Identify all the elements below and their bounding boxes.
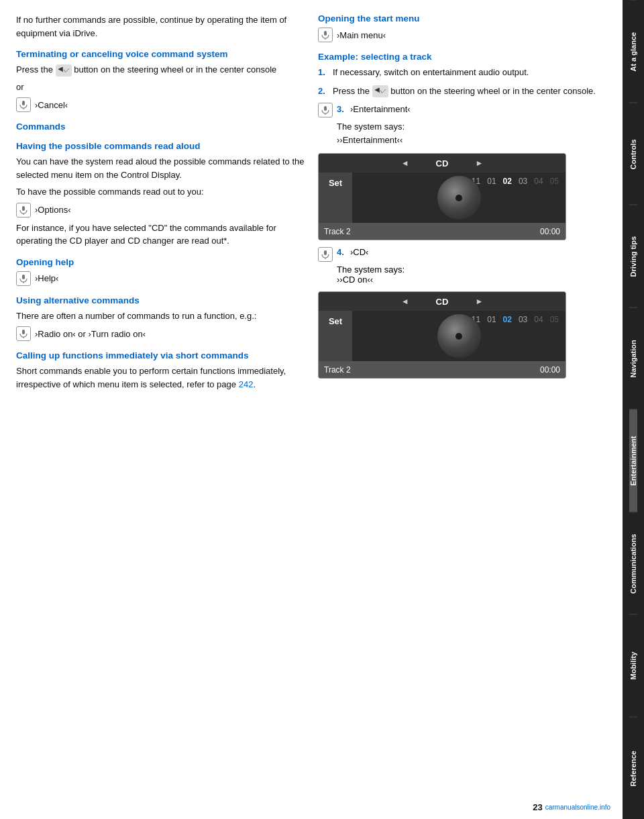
sidebar-tab-driving-tips[interactable]: Driving tips [629, 205, 637, 307]
example-step-1: 1. If necessary, switch on entertainment… [318, 66, 606, 79]
cd-display-2: ◄ CD ► Set 11 01 02 03 04 [318, 291, 566, 379]
cd-track-04: 04 [534, 177, 543, 186]
step4-says-area: The system says: ››CD on‹‹ [318, 264, 606, 285]
cancel-cmd-row: ›Cancel‹ [16, 97, 305, 112]
step4-says-cmd: ››CD on‹‹ [337, 275, 606, 285]
voice-icon-options [16, 203, 31, 218]
sidebar-tab-communications[interactable]: Communications [629, 512, 637, 615]
cd-time-1: 00:00 [540, 227, 560, 236]
step3-says-cmd: ››Entertainment‹‹ [337, 134, 411, 147]
calling-up-page-link[interactable]: 242 [239, 379, 254, 389]
sidebar-tab-at-a-glance[interactable]: At a glance [629, 0, 637, 103]
page-footer: 23 carmanualsonline.info [533, 802, 610, 812]
cd2-track-02-active: 02 [503, 315, 512, 324]
voice-icon-main-menu [318, 28, 333, 42]
svg-rect-6 [22, 330, 25, 334]
cd-top-bar-1: ◄ CD ► [319, 154, 566, 173]
cd-body-1: Set 11 01 02 03 04 05 [319, 173, 566, 223]
carmanual-link[interactable]: carmanualsonline.info [545, 804, 610, 811]
radio-cmd-text: ›Radio on‹ or ›Turn radio on‹ [35, 329, 146, 339]
sidebar-tab-entertainment[interactable]: Entertainment [629, 410, 637, 512]
main-menu-cmd-row: ›Main menu‹ [318, 28, 606, 42]
alt-commands-body: There are often a number of commands to … [16, 309, 305, 323]
cd-bottom-bar-2: Track 2 00:00 [319, 361, 566, 379]
cancel-cmd-text: ›Cancel‹ [35, 100, 68, 110]
step1-num: 1. [318, 66, 327, 79]
cd-body-2: Set 11 01 02 03 04 05 [319, 311, 566, 361]
cd-track-05: 05 [550, 177, 559, 186]
cd-set-btn-2: Set [319, 311, 352, 361]
svg-rect-4 [22, 275, 25, 279]
sidebar-tab-mobility[interactable]: Mobility [629, 614, 637, 717]
terminating-body2: button on the steering wheel or in the c… [74, 64, 276, 75]
sidebar-tab-navigation[interactable]: Navigation [629, 307, 637, 410]
cd2-track-01: 01 [487, 315, 496, 324]
calling-up-period: . [253, 379, 256, 389]
read-aloud-body3: For instance, if you have selected "CD" … [16, 222, 305, 248]
cd-disc-area-1: 11 01 02 03 04 05 [352, 173, 566, 223]
cd-title-2: CD [436, 297, 449, 307]
opening-start-title: Opening the start menu [318, 13, 606, 23]
cd-track-02-active: 02 [503, 177, 512, 186]
cd-track-03: 03 [519, 177, 527, 186]
terminating-or: or [16, 81, 305, 94]
cd-disc-1 [437, 176, 481, 220]
cd-track-01: 01 [487, 177, 496, 186]
options-cmd-row: ›Options‹ [16, 203, 305, 218]
cd-nav-right-2: ► [475, 297, 483, 306]
cd2-track-04: 04 [534, 315, 543, 324]
opening-help-title: Opening help [16, 257, 305, 267]
step2-button-icon: ⯇✓ [372, 85, 388, 97]
step4-num: 4. [337, 247, 346, 257]
cd-nav-right-1: ► [475, 158, 483, 168]
step4-says-label: The system says: [337, 264, 606, 275]
commands-title: Commands [16, 122, 305, 132]
step4-area: 4. ›CD‹ The system says: ››CD on‹‹ [318, 247, 606, 285]
step3-content: 3. ›Entertainment‹ The system says: ››En… [318, 103, 411, 146]
read-aloud-title: Having the possible commands read aloud [16, 141, 305, 151]
sidebar-tab-reference[interactable]: Reference [629, 717, 637, 820]
help-cmd-row: ›Help‹ [16, 271, 305, 286]
step3-cmd: ›Entertainment‹ [350, 103, 411, 116]
voice-icon-step4 [318, 247, 333, 262]
radio-cmd-row: ›Radio on‹ or ›Turn radio on‹ [16, 326, 305, 341]
cd-track-nums-1: 11 01 02 03 04 05 [472, 177, 559, 186]
cd-track-label-1: Track 2 [324, 227, 351, 236]
step4-cmd: ›CD‹ [350, 247, 368, 257]
options-cmd-text: ›Options‹ [35, 205, 70, 215]
read-aloud-period: . [227, 236, 229, 246]
cd-title-1: CD [436, 158, 449, 168]
svg-rect-0 [22, 101, 25, 105]
svg-rect-12 [324, 250, 327, 255]
cd-time-2: 00:00 [540, 365, 560, 375]
cd2-track-05: 05 [550, 315, 559, 324]
example-step-3: 3. ›Entertainment‹ The system says: ››En… [318, 103, 606, 146]
step3-num: 3. [337, 103, 346, 116]
example-steps: 1. If necessary, switch on entertainment… [318, 66, 606, 146]
steering-wheel-button-icon: ⯇✓ [56, 64, 72, 77]
cd-disc-2 [437, 314, 481, 358]
page-number: 23 [533, 802, 542, 812]
voice-icon-help [16, 271, 31, 286]
example-step-2: 2. Press the ⯇✓ button on the steering w… [318, 85, 606, 98]
step3-row: 3. ›Entertainment‹ [318, 103, 411, 117]
cd-nav-left-2: ◄ [401, 297, 409, 306]
cd-disc-area-2: 11 01 02 03 04 05 [352, 311, 566, 361]
terminating-title: Terminating or canceling voice command s… [16, 49, 305, 59]
read-aloud-body2: To have the possible commands read out t… [16, 185, 305, 199]
cd-track-label-2: Track 2 [324, 365, 351, 375]
help-cmd-text: ›Help‹ [35, 273, 58, 283]
cd-track-nums-2: 11 01 02 03 04 05 [472, 315, 559, 324]
voice-icon-radio [16, 326, 31, 341]
svg-rect-8 [324, 31, 327, 36]
step4-row: 4. ›CD‹ [318, 247, 606, 262]
svg-rect-2 [22, 206, 25, 211]
step3-says-area: The system says: ››Entertainment‹‹ [318, 120, 411, 146]
left-column: If no further commands are possible, con… [16, 13, 305, 792]
alt-commands-title: Using alternative commands [16, 295, 305, 305]
example-title: Example: selecting a track [318, 52, 606, 62]
cd2-track-03: 03 [519, 315, 527, 324]
sidebar-tab-controls[interactable]: Controls [629, 103, 637, 205]
step2-text: Press the ⯇✓ button on the steering whee… [333, 85, 596, 98]
step3-says-label: The system says: [337, 120, 411, 134]
